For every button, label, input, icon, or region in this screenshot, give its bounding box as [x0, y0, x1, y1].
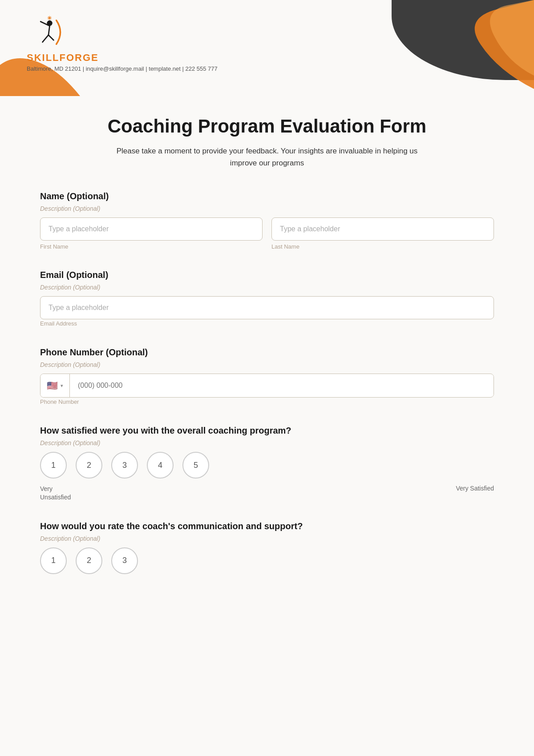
email-section: Email (Optional) Description (Optional) … — [40, 270, 494, 327]
email-sub-label: Email Address — [40, 320, 77, 327]
rating-1[interactable]: 1 — [40, 452, 67, 479]
first-name-sub-label: First Name — [40, 243, 263, 250]
rating-5[interactable]: 5 — [182, 452, 209, 479]
form-title: Coaching Program Evaluation Form — [40, 116, 494, 137]
rating-high-label: Very Satisfied — [456, 485, 494, 492]
email-input[interactable] — [40, 296, 494, 319]
comm-rating-2[interactable]: 2 — [76, 547, 102, 574]
satisfaction-description: Description (Optional) — [40, 439, 494, 446]
communication-section: How would you rate the coach's communica… — [40, 521, 494, 574]
svg-line-3 — [49, 26, 50, 35]
phone-row: 🇺🇸 ▾ — [40, 374, 494, 398]
brand-name: SKILLFORGE — [27, 52, 218, 64]
phone-input[interactable] — [70, 374, 494, 397]
phone-sub-label: Phone Number — [40, 398, 79, 405]
country-selector[interactable]: 🇺🇸 ▾ — [40, 374, 70, 397]
header: ✳ SKILLFORGE Baltimore, MD 21201 | inqui… — [0, 0, 534, 98]
phone-section: Phone Number (Optional) Description (Opt… — [40, 347, 494, 406]
form-description: Please take a moment to provide your fee… — [111, 145, 423, 169]
rating-4[interactable]: 4 — [147, 452, 174, 479]
communication-description: Description (Optional) — [40, 535, 494, 542]
comm-rating-3[interactable]: 3 — [111, 547, 138, 574]
name-description: Description (Optional) — [40, 205, 494, 212]
satisfaction-section: How satisfied were you with the overall … — [40, 426, 494, 501]
logo-icon: ✳ — [27, 13, 62, 51]
last-name-group: Last Name — [271, 217, 494, 250]
satisfaction-rating-labels: VeryUnsatisfied Very Satisfied — [40, 485, 494, 501]
rating-low-label: VeryUnsatisfied — [40, 485, 76, 501]
main-content: Coaching Program Evaluation Form Please … — [0, 98, 534, 621]
communication-rating-row: 1 2 3 — [40, 547, 494, 574]
name-input-row: First Name Last Name — [40, 217, 494, 250]
first-name-group: First Name — [40, 217, 263, 250]
communication-label: How would you rate the coach's communica… — [40, 521, 494, 531]
name-section: Name (Optional) Description (Optional) F… — [40, 191, 494, 250]
header-orange-wave — [409, 0, 534, 98]
rating-2[interactable]: 2 — [76, 452, 102, 479]
first-name-input[interactable] — [40, 217, 263, 241]
brand-address: Baltimore, MD 21201 | inquire@skillforge… — [27, 65, 218, 72]
svg-line-5 — [49, 35, 54, 40]
chevron-down-icon: ▾ — [61, 383, 63, 389]
last-name-input[interactable] — [271, 217, 494, 241]
email-description: Description (Optional) — [40, 284, 494, 291]
last-name-sub-label: Last Name — [271, 243, 494, 250]
name-label: Name (Optional) — [40, 191, 494, 201]
phone-label: Phone Number (Optional) — [40, 347, 494, 358]
satisfaction-label: How satisfied were you with the overall … — [40, 426, 494, 436]
satisfaction-rating-row: 1 2 3 4 5 — [40, 452, 494, 479]
phone-description: Description (Optional) — [40, 361, 494, 368]
flag-icon: 🇺🇸 — [47, 380, 58, 391]
svg-line-4 — [43, 35, 49, 42]
logo-area: ✳ SKILLFORGE Baltimore, MD 21201 | inqui… — [27, 13, 218, 72]
comm-rating-1[interactable]: 1 — [40, 547, 67, 574]
email-label: Email (Optional) — [40, 270, 494, 280]
rating-3[interactable]: 3 — [111, 452, 138, 479]
